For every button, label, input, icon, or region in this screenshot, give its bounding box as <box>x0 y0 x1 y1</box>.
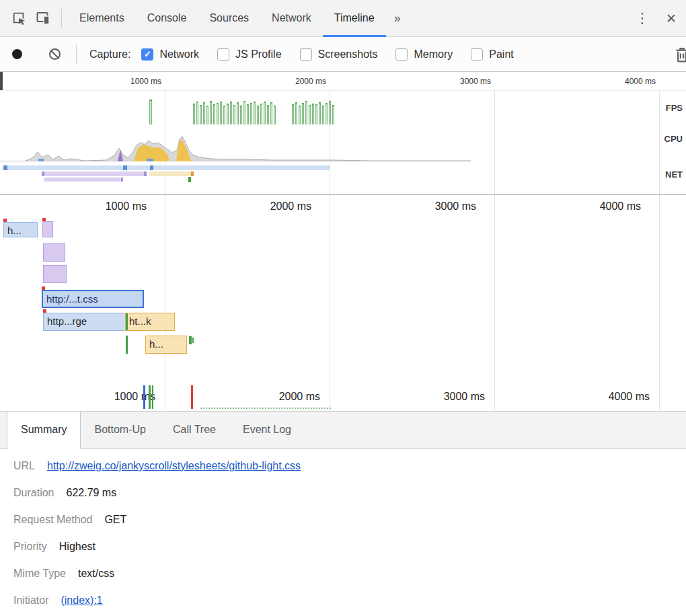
fps-bar <box>332 105 334 124</box>
net-activity-mark <box>121 178 123 182</box>
checkbox-unchecked-icon[interactable] <box>395 48 408 61</box>
capture-label: Capture: <box>89 48 130 61</box>
fps-bar <box>210 101 212 124</box>
fps-bar <box>227 104 229 124</box>
dcl-marker <box>152 385 153 409</box>
cpu-loading-area <box>38 159 44 161</box>
checkbox-unchecked-icon[interactable] <box>217 48 229 61</box>
close-devtools-button[interactable]: ✕ <box>656 11 686 26</box>
tab-timeline[interactable]: Timeline <box>323 0 386 37</box>
ruler-label: 1000 ms <box>0 72 165 90</box>
fps-bar <box>254 102 256 124</box>
detail-tab-bottom-up[interactable]: Bottom-Up <box>81 412 159 448</box>
green-marker <box>192 338 194 343</box>
capture-checkbox-paint[interactable]: Paint <box>471 48 513 61</box>
fps-bar <box>309 105 311 124</box>
device-toolbar-button[interactable] <box>31 6 55 30</box>
flame-ruler: 1000 ms2000 ms3000 ms4000 ms <box>0 195 686 217</box>
checkbox-checked-icon[interactable]: ✓ <box>141 48 153 61</box>
summary-link[interactable]: (index):1 <box>61 594 102 607</box>
net-activity-mark <box>3 165 7 170</box>
net-activity-mark <box>42 171 44 176</box>
fps-bar <box>250 103 252 124</box>
ruler-label: 2000 ms <box>165 72 330 90</box>
flame-chart[interactable]: 1000 ms2000 ms3000 ms4000 ms h...http:/.… <box>0 195 686 383</box>
ruler-label: 2000 ms <box>165 195 330 217</box>
summary-value: 622.79 ms <box>66 487 116 499</box>
more-options-button[interactable]: ⋮ <box>628 10 656 26</box>
fps-bar <box>329 101 331 124</box>
tab-elements[interactable]: Elements <box>68 0 136 37</box>
capture-checkbox-network[interactable]: ✓Network <box>141 48 199 61</box>
clear-button[interactable] <box>49 48 61 60</box>
green-marker <box>126 313 128 330</box>
network-request-bar[interactable]: ht...k <box>125 313 175 331</box>
summary-label: Priority <box>13 541 47 553</box>
network-request-bar[interactable]: http...rge <box>43 313 124 331</box>
mini-ruler-labels: 1000 ms2000 ms3000 ms4000 ms <box>0 383 686 411</box>
summary-row-duration: Duration622.79 ms <box>13 479 686 506</box>
fps-bar <box>223 106 225 124</box>
green-marker <box>189 336 192 344</box>
inspect-element-button[interactable] <box>7 6 31 30</box>
fps-bar <box>149 100 152 124</box>
toolbar-separator <box>76 45 77 64</box>
net-activity-bar <box>3 165 330 170</box>
net-activity-mark <box>144 171 147 176</box>
summary-label: Request Method <box>13 514 92 526</box>
summary-row-mime-type: Mime Typetext/css <box>13 560 686 587</box>
fps-bar <box>196 102 198 124</box>
fps-bar <box>240 106 242 124</box>
main-tab-list: ElementsConsoleSourcesNetworkTimeline <box>68 0 386 37</box>
network-request-bar[interactable]: h... <box>145 336 187 354</box>
fps-bar <box>270 102 272 124</box>
main-tab-bar: ElementsConsoleSourcesNetworkTimeline » … <box>0 0 686 37</box>
red-marker <box>42 218 46 221</box>
fps-bar <box>237 102 239 124</box>
garbage-collect-button[interactable] <box>673 46 686 63</box>
detail-tab-summary[interactable]: Summary <box>7 412 81 449</box>
summary-label: URL <box>13 460 35 472</box>
fps-bar <box>247 104 249 124</box>
summary-row-priority: PriorityHighest <box>13 533 686 560</box>
ruler-label: 3000 ms <box>330 383 494 411</box>
network-request-bar[interactable] <box>43 243 65 262</box>
capture-checkbox-js-profile[interactable]: JS Profile <box>217 48 281 61</box>
ruler-label: 3000 ms <box>330 72 494 90</box>
capture-checkbox-memory[interactable]: Memory <box>395 48 453 61</box>
network-request-bar-selected[interactable]: http:/...t.css <box>42 290 144 308</box>
checkbox-unchecked-icon[interactable] <box>471 48 483 61</box>
summary-row-url: URLhttp://zweig.co/jankyscroll/styleshee… <box>13 453 686 479</box>
summary-link[interactable]: http://zweig.co/jankyscroll/stylesheets/… <box>47 460 301 472</box>
ruler-label: 4000 ms <box>494 195 659 217</box>
overview-ruler: 1000 ms2000 ms3000 ms4000 ms <box>0 72 686 91</box>
fps-bar <box>292 104 294 124</box>
tab-overflow-button[interactable]: » <box>386 0 409 36</box>
capture-checkbox-label: Memory <box>414 48 453 61</box>
cpu-row-label: CPU <box>664 134 683 144</box>
capture-checkbox-screenshots[interactable]: Screenshots <box>300 48 378 61</box>
record-button[interactable] <box>12 49 22 59</box>
summary-value: GET <box>104 514 126 526</box>
detail-tab-event-log[interactable]: Event Log <box>229 412 305 448</box>
fps-bar <box>217 103 219 124</box>
tab-console[interactable]: Console <box>136 0 198 37</box>
summary-label: Duration <box>13 487 54 499</box>
checkbox-unchecked-icon[interactable] <box>300 48 312 61</box>
detail-tab-call-tree[interactable]: Call Tree <box>159 412 229 448</box>
network-request-bar[interactable]: h... <box>3 222 38 237</box>
tab-network[interactable]: Network <box>260 0 323 37</box>
red-marker <box>3 219 7 222</box>
net-row-label: NET <box>665 169 683 180</box>
network-request-bar[interactable] <box>43 265 67 283</box>
capture-toolbar: Capture: ✓NetworkJS ProfileScreenshotsMe… <box>0 37 686 72</box>
detail-tab-bar: SummaryBottom-UpCall TreeEvent Log <box>0 412 686 449</box>
overview-pane[interactable]: 1000 ms2000 ms3000 ms4000 ms FPS CPU NET <box>0 72 686 195</box>
fps-bar <box>220 102 222 124</box>
network-request-bar[interactable] <box>42 221 53 237</box>
inspect-cursor-icon <box>11 11 26 26</box>
mini-timeline[interactable]: 1000 ms2000 ms3000 ms4000 ms <box>0 383 686 412</box>
fps-row-label: FPS <box>666 103 683 113</box>
tab-sources[interactable]: Sources <box>198 0 260 37</box>
fps-bar <box>295 102 297 124</box>
